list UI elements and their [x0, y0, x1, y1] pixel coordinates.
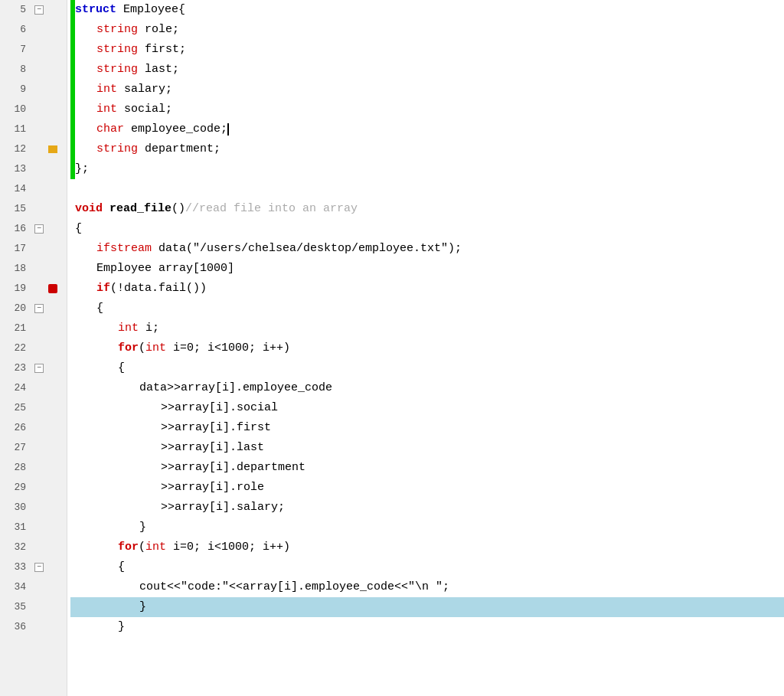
token-plain: }	[139, 597, 146, 617]
line-number: 23	[0, 358, 31, 378]
line-number: 29	[0, 478, 31, 498]
line-number: 7	[0, 40, 31, 60]
code-line: int social;	[70, 100, 784, 119]
token-type: int	[145, 538, 173, 557]
fold-area: −	[31, 224, 47, 234]
line-gutter: 5−678910111213141516−17181920−212223−242…	[0, 0, 67, 696]
line-number: 28	[0, 458, 31, 478]
gutter-row: 35	[0, 597, 67, 617]
code-line: }	[70, 518, 784, 538]
token-plain: >>array[i].role	[161, 478, 264, 498]
token-plain: >>array[i].social	[161, 398, 278, 418]
gutter-row: 29	[0, 478, 67, 498]
margin-indicator	[47, 145, 58, 153]
token-plain: last;	[145, 60, 179, 80]
scope-bar	[70, 20, 75, 40]
token-plain: first;	[145, 40, 186, 60]
token-type: string	[96, 139, 145, 159]
scope-bar	[70, 100, 75, 119]
gutter-row: 12	[0, 139, 67, 159]
code-line: {	[70, 358, 784, 378]
code-line: for(int i=0; i<1000; i++)	[70, 538, 784, 557]
code-line: struct Employee{	[70, 0, 784, 20]
token-plain: {	[118, 557, 125, 577]
line-number: 8	[0, 60, 31, 80]
gutter-row: 36	[0, 617, 67, 637]
token-type: string	[96, 60, 145, 80]
line-number: 34	[0, 577, 31, 597]
token-plain: {	[75, 219, 82, 239]
fold-button[interactable]: −	[34, 5, 44, 15]
line-number: 30	[0, 498, 31, 518]
token-plain: >>array[i].department	[161, 458, 305, 478]
code-editor: 5−678910111213141516−17181920−212223−242…	[0, 0, 784, 696]
line-number: 9	[0, 80, 31, 100]
token-type: int	[96, 100, 124, 119]
token-plain: >>array[i].first	[161, 418, 271, 438]
token-plain: cout<<"code:"<<array[i].employee_code<<"…	[139, 577, 449, 597]
line-number: 17	[0, 239, 31, 259]
line-number: 24	[0, 378, 31, 398]
token-type: char	[96, 119, 131, 139]
token-plain: i;	[145, 319, 159, 338]
token-plain: department;	[145, 139, 220, 159]
code-line: string last;	[70, 60, 784, 80]
gutter-row: 16−	[0, 219, 67, 239]
code-line: ifstream data("/users/chelsea/desktop/em…	[70, 239, 784, 259]
line-number: 35	[0, 597, 31, 617]
gutter-row: 30	[0, 498, 67, 518]
code-line: if(!data.fail())	[70, 279, 784, 299]
code-line: >>array[i].salary;	[70, 498, 784, 518]
token-kw: struct	[75, 0, 123, 20]
token-plain: }	[118, 617, 125, 637]
token-plain: employee_code;	[131, 119, 227, 139]
code-line: char employee_code;	[70, 119, 784, 139]
gutter-row: 22	[0, 338, 67, 358]
token-type: int	[118, 319, 145, 338]
code-line: {	[70, 299, 784, 319]
line-number: 13	[0, 159, 31, 179]
gutter-row: 6	[0, 20, 67, 40]
gutter-row: 11	[0, 119, 67, 139]
code-line	[70, 179, 784, 199]
token-type: int	[145, 338, 173, 358]
code-line: string first;	[70, 40, 784, 60]
scope-bar	[70, 40, 75, 60]
token-plain: Employee{	[123, 0, 185, 20]
code-line: }	[70, 597, 784, 617]
token-fname: read_file	[109, 199, 172, 219]
code-line: void read_file()//read file into an arra…	[70, 199, 784, 219]
code-line: {	[70, 557, 784, 577]
text-cursor	[227, 123, 229, 136]
line-number: 21	[0, 319, 31, 338]
code-line: cout<<"code:"<<array[i].employee_code<<"…	[70, 577, 784, 597]
gutter-row: 14	[0, 179, 67, 199]
margin-indicator	[47, 284, 58, 293]
token-plain: {	[96, 299, 103, 319]
gutter-row: 23−	[0, 358, 67, 378]
fold-button[interactable]: −	[34, 304, 44, 313]
token-plain: (	[139, 538, 145, 557]
gutter-row: 34	[0, 577, 67, 597]
fold-area: −	[31, 304, 47, 313]
fold-button[interactable]: −	[34, 364, 44, 373]
gutter-row: 9	[0, 80, 67, 100]
token-type: string	[96, 20, 145, 40]
code-content: struct Employee{string role;string first…	[67, 0, 784, 696]
gutter-row: 8	[0, 60, 67, 80]
code-line: int salary;	[70, 80, 784, 100]
fold-button[interactable]: −	[34, 224, 44, 234]
token-type: int	[96, 80, 124, 100]
token-kw2: for	[118, 338, 139, 358]
line-number: 19	[0, 279, 31, 299]
gutter-row: 21	[0, 319, 67, 338]
fold-area: −	[31, 563, 47, 572]
token-plain: };	[75, 159, 89, 179]
breakpoint-icon[interactable]	[48, 284, 57, 293]
line-number: 25	[0, 398, 31, 418]
fold-button[interactable]: −	[34, 563, 44, 572]
code-line: string role;	[70, 20, 784, 40]
code-line: for(int i=0; i<1000; i++)	[70, 338, 784, 358]
token-kw2: for	[118, 538, 139, 557]
gutter-row: 32	[0, 538, 67, 557]
